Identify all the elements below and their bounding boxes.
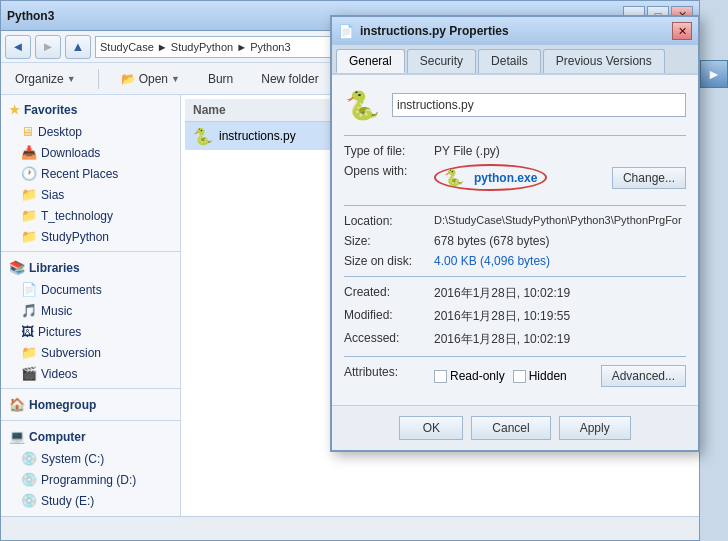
forward-button[interactable]: ► [35,35,61,59]
music-label: Music [41,304,72,318]
computer-section: 💻 Computer 💿 System (C:) 💿 Programming (… [1,425,180,511]
type-label: Type of file: [344,144,434,158]
type-value: PY File (.py) [434,144,686,158]
subversion-label: Subversion [41,346,101,360]
accessed-label: Accessed: [344,331,434,345]
sidebar-item-sias[interactable]: 📁 Sias [1,184,180,205]
modified-label: Modified: [344,308,434,322]
sidebar-item-studypython[interactable]: 📁 StudyPython [1,226,180,247]
homegroup-label: Homegroup [29,398,96,412]
sidebar-item-videos[interactable]: 🎬 Videos [1,363,180,384]
favorites-header[interactable]: ★ Favorites [1,99,180,121]
sidebar-item-music[interactable]: 🎵 Music [1,300,180,321]
attributes-content: Read-only Hidden Advanced... [434,365,686,387]
dialog-close-button[interactable]: ✕ [672,22,692,40]
tab-details[interactable]: Details [478,49,541,73]
right-arrow-button[interactable]: ► [700,60,728,88]
sidebar: ★ Favorites 🖥 Desktop 📥 Downloads 🕐 Rece… [1,95,181,516]
sidebar-item-studye[interactable]: 💿 Study (E:) [1,490,180,511]
open-label: Open [139,72,168,86]
studypython-label: StudyPython [41,230,109,244]
tab-previous-versions[interactable]: Previous Versions [543,49,665,73]
sias-label: Sias [41,188,64,202]
readonly-checkbox[interactable] [434,370,447,383]
documents-label: Documents [41,283,102,297]
python-icon: 🐍 [444,168,464,187]
sidebar-item-systemc[interactable]: 💿 System (C:) [1,448,180,469]
toolbar-sep-1 [98,69,99,89]
open-button[interactable]: 📂 Open ▼ [115,70,186,88]
sidebar-item-documents[interactable]: 📄 Documents [1,279,180,300]
computer-label: Computer [29,430,86,444]
libraries-section: 📚 Libraries 📄 Documents 🎵 Music 🖼 Pictur… [1,256,180,384]
created-row: Created: 2016年1月28日, 10:02:19 [344,285,686,302]
back-button[interactable]: ◄ [5,35,31,59]
opens-with-content: 🐍 python.exe Change... [434,164,686,191]
sidebar-divider-1 [1,251,180,252]
ok-button[interactable]: OK [399,416,463,440]
tab-security[interactable]: Security [407,49,476,73]
burn-button[interactable]: Burn [202,70,239,88]
accessed-value: 2016年1月28日, 10:02:19 [434,331,686,348]
sidebar-item-subversion[interactable]: 📁 Subversion [1,342,180,363]
attributes-row: Attributes: Read-only Hidden Advanced... [344,365,686,387]
documents-icon: 📄 [21,282,37,297]
hidden-checkbox[interactable] [513,370,526,383]
readonly-checkbox-item: Read-only [434,369,505,383]
desktop-icon: 🖥 [21,124,34,139]
sias-icon: 📁 [21,187,37,202]
sidebar-item-recent[interactable]: 🕐 Recent Places [1,163,180,184]
address-text: StudyCase ► StudyPython ► Python3 [100,41,291,53]
up-button[interactable]: ▲ [65,35,91,59]
file-name-input[interactable] [392,93,686,117]
dialog-footer: OK Cancel Apply [332,405,698,450]
favorites-label: Favorites [24,103,77,117]
sidebar-item-pictures[interactable]: 🖼 Pictures [1,321,180,342]
accessed-row: Accessed: 2016年1月28日, 10:02:19 [344,331,686,348]
opens-with-name: python.exe [474,171,537,185]
sidebar-divider-3 [1,420,180,421]
programmingd-icon: 💿 [21,472,37,487]
size-value: 678 bytes (678 bytes) [434,234,686,248]
size-disk-row: Size on disk: 4.00 KB (4,096 bytes) [344,254,686,268]
size-disk-value: 4.00 KB (4,096 bytes) [434,254,686,268]
subversion-icon: 📁 [21,345,37,360]
attributes-label: Attributes: [344,365,434,379]
sidebar-item-desktop[interactable]: 🖥 Desktop [1,121,180,142]
systemc-icon: 💿 [21,451,37,466]
libraries-icon: 📚 [9,260,25,275]
forward-icon: ► [42,39,55,54]
prop-divider-1 [344,135,686,136]
prop-divider-4 [344,356,686,357]
new-folder-button[interactable]: New folder [255,70,324,88]
videos-icon: 🎬 [21,366,37,381]
favorites-section: ★ Favorites 🖥 Desktop 📥 Downloads 🕐 Rece… [1,99,180,247]
tab-general[interactable]: General [336,49,405,73]
sidebar-item-programmingd[interactable]: 💿 Programming (D:) [1,469,180,490]
created-label: Created: [344,285,434,299]
file-py-icon: 🐍 [193,126,213,146]
opens-label: Opens with: [344,164,434,178]
dialog-content: 🐍 Type of file: PY File (.py) Opens with… [332,73,698,405]
advanced-button[interactable]: Advanced... [601,365,686,387]
computer-header[interactable]: 💻 Computer [1,425,180,448]
music-icon: 🎵 [21,303,37,318]
sidebar-item-ttechnology[interactable]: 📁 T_technology [1,205,180,226]
apply-button[interactable]: Apply [559,416,631,440]
organize-arrow-icon: ▼ [67,74,76,84]
systemc-label: System (C:) [41,452,104,466]
size-label: Size: [344,234,434,248]
modified-value: 2016年1月28日, 10:19:55 [434,308,686,325]
ttechnology-icon: 📁 [21,208,37,223]
prop-divider-2 [344,205,686,206]
hidden-label: Hidden [529,369,567,383]
prop-divider-3 [344,276,686,277]
libraries-header[interactable]: 📚 Libraries [1,256,180,279]
change-button[interactable]: Change... [612,167,686,189]
organize-button[interactable]: Organize ▼ [9,70,82,88]
readonly-label: Read-only [450,369,505,383]
cancel-button[interactable]: Cancel [471,416,550,440]
homegroup-header[interactable]: 🏠 Homegroup [1,393,180,416]
studypython-icon: 📁 [21,229,37,244]
sidebar-item-downloads[interactable]: 📥 Downloads [1,142,180,163]
